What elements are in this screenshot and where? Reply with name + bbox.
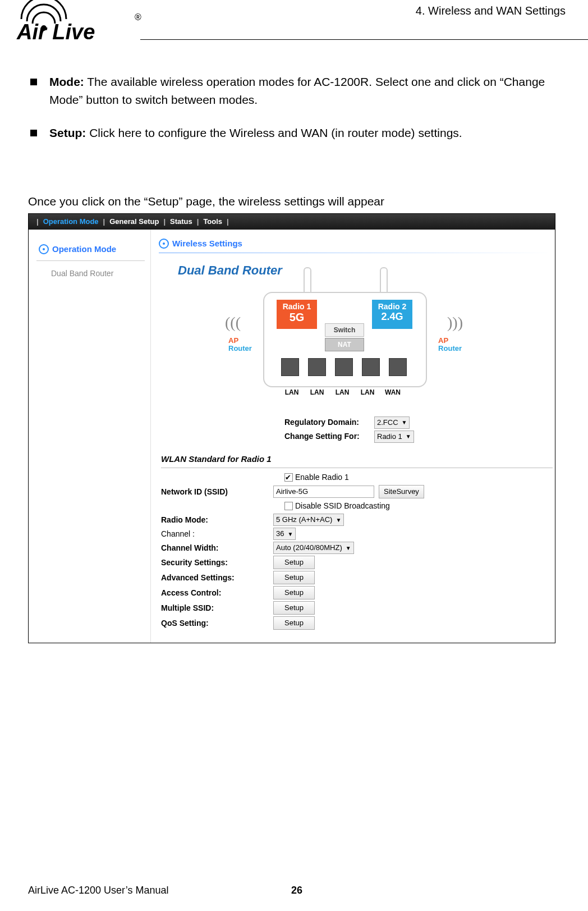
change-setting-value: Radio 1 (377, 431, 402, 442)
main-panel: Wireless Settings Dual Band Router Radio… (151, 230, 555, 643)
radio-dot-icon (39, 244, 49, 254)
access-control-label: Access Control: (161, 587, 273, 599)
bullet-setup-text: Click here to configure the Wireless and… (86, 126, 462, 139)
reg-domain-select[interactable]: 2.FCC ▼ (374, 416, 410, 429)
router-diagram: Radio 1 5G Radio 2 2.4G Switch NAT (215, 284, 473, 413)
radio2-band: 2.4G (381, 311, 403, 322)
signal-right-icon: ))) (447, 311, 463, 335)
channel-value: 36 (276, 528, 284, 539)
port-icons (281, 358, 407, 376)
port-icon (335, 358, 353, 376)
sidebar-heading-text: Operation Mode (52, 243, 116, 256)
radio1-box: Radio 1 5G (277, 300, 317, 329)
main-heading-text: Wireless Settings (172, 237, 242, 250)
ssid-input[interactable]: Airlive-5G (273, 486, 374, 498)
qos-setup-button[interactable]: Setup (273, 616, 315, 630)
radio-mode-select[interactable]: 5 GHz (A+N+AC) ▼ (273, 514, 344, 526)
port-icon (389, 358, 407, 376)
radio-dot-icon (159, 239, 169, 249)
nav-tools[interactable]: Tools (203, 216, 222, 227)
chevron-down-icon: ▼ (287, 530, 293, 538)
wlan-rule (161, 468, 553, 468)
ap-label: AP (228, 336, 238, 345)
port-label-lan: LAN (306, 387, 328, 397)
port-icon (362, 358, 380, 376)
section-header: 4. Wireless and WAN Settings (416, 4, 566, 17)
bullet-mode-text: The available wireless operation modes f… (49, 75, 545, 106)
access-control-setup-button[interactable]: Setup (273, 586, 315, 599)
square-bullet-icon (30, 130, 37, 136)
chevron-down-icon: ▼ (402, 418, 407, 427)
port-label-lan: LAN (281, 387, 302, 397)
site-survey-button[interactable]: SiteSurvey (379, 485, 424, 498)
enable-radio-checkbox[interactable] (284, 473, 293, 482)
nav-sep: | (222, 216, 233, 227)
ssid-value: Airlive-5G (276, 486, 308, 497)
ap-router-left: AP Router (228, 337, 252, 353)
nat-box: NAT (325, 338, 364, 351)
advanced-label: Advanced Settings: (161, 572, 273, 584)
channel-select[interactable]: 36 ▼ (273, 528, 296, 540)
lead-paragraph: Once you click on the “Setup” page, the … (28, 193, 566, 210)
radio2-box: Radio 2 2.4G (372, 300, 412, 329)
port-labels: LAN LAN LAN LAN WAN (281, 387, 403, 397)
nav-status[interactable]: Status (170, 216, 192, 227)
enable-radio-label: Enable Radio 1 (295, 471, 349, 483)
radio1-band: 5G (290, 311, 305, 323)
page-footer: AirLive AC-1200 User’s Manual 26 (28, 885, 566, 896)
multiple-ssid-setup-button[interactable]: Setup (273, 601, 315, 615)
channel-width-value: Auto (20/40/80MHZ) (276, 542, 342, 553)
port-label-lan: LAN (332, 387, 353, 397)
nav-operation-mode[interactable]: Operation Mode (43, 216, 99, 227)
disable-broadcast-label: Disable SSID Broadcasting (295, 500, 390, 512)
sidebar: Operation Mode Dual Band Router (29, 230, 151, 643)
channel-label: Channel : (161, 528, 273, 540)
page-number: 26 (291, 885, 302, 896)
svg-text:Air Live: Air Live (16, 20, 95, 44)
router-label: Router (438, 344, 462, 353)
ap-label: AP (438, 336, 448, 345)
channel-width-select[interactable]: Auto (20/40/80MHZ) ▼ (273, 542, 354, 554)
sidebar-item-dual-band-router[interactable]: Dual Band Router (39, 268, 145, 280)
bullet-setup: Setup: Click here to configure the Wirel… (28, 124, 566, 142)
port-label-wan: WAN (382, 387, 403, 397)
signal-left-icon: ((( (225, 311, 241, 335)
router-label: Router (228, 344, 252, 353)
top-nav: | Operation Mode | General Setup | Statu… (29, 214, 555, 230)
port-icon (281, 358, 299, 376)
radio1-label: Radio 1 (283, 302, 311, 311)
bullet-mode-lead: Mode: (49, 75, 84, 88)
sidebar-rule (36, 260, 145, 261)
chevron-down-icon: ▼ (346, 544, 351, 552)
advanced-setup-button[interactable]: Setup (273, 571, 315, 584)
bullet-mode: Mode: The available wireless operation m… (28, 73, 566, 108)
reg-domain-label: Regulatory Domain: (284, 416, 374, 428)
qos-label: QoS Setting: (161, 617, 273, 629)
security-label: Security Settings: (161, 557, 273, 569)
main-heading-rule (159, 253, 553, 253)
channel-width-label: Channel Width: (161, 542, 273, 554)
reg-domain-value: 2.FCC (377, 417, 398, 428)
radio-mode-value: 5 GHz (A+N+AC) (276, 514, 332, 525)
change-setting-select[interactable]: Radio 1 ▼ (374, 431, 414, 443)
nav-general-setup[interactable]: General Setup (109, 216, 159, 227)
airlive-logo: Air Live ® (10, 0, 145, 46)
ap-router-right: AP Router (438, 337, 462, 353)
wireless-form: Regulatory Domain: 2.FCC ▼ Change Settin… (161, 416, 553, 630)
chevron-down-icon: ▼ (406, 432, 411, 441)
nav-sep: | (32, 216, 43, 227)
multiple-ssid-label: Multiple SSID: (161, 602, 273, 614)
nav-sep: | (99, 216, 110, 227)
disable-broadcast-checkbox[interactable] (284, 502, 293, 510)
change-setting-label: Change Setting For: (284, 431, 374, 442)
header-rule (140, 39, 588, 40)
bullet-setup-lead: Setup: (49, 126, 86, 139)
port-label-lan: LAN (357, 387, 378, 397)
manual-title: AirLive AC-1200 User’s Manual (28, 885, 168, 896)
security-setup-button[interactable]: Setup (273, 556, 315, 569)
radio-mode-label: Radio Mode: (161, 514, 273, 526)
square-bullet-icon (30, 79, 37, 85)
ssid-label: Network ID (SSID) (161, 486, 273, 498)
sidebar-heading: Operation Mode (39, 243, 145, 256)
nav-sep: | (192, 216, 204, 227)
